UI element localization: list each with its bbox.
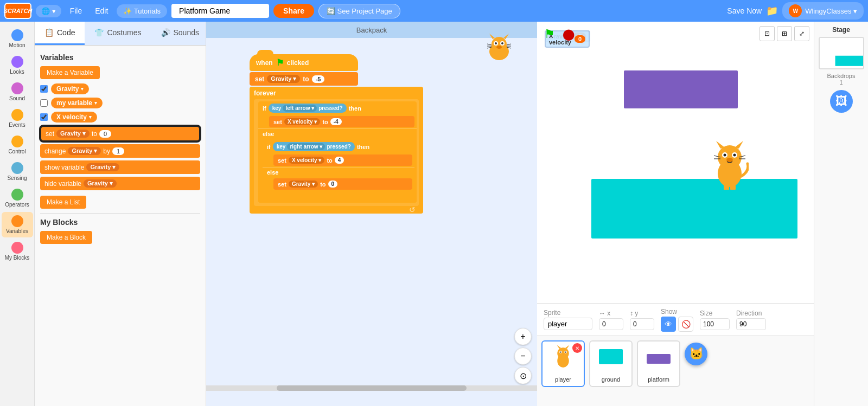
show-var-label: show variable xyxy=(44,164,84,171)
add-sprite-float-button[interactable]: 🐱 xyxy=(685,343,707,365)
change-value-input[interactable]: 1 xyxy=(112,147,124,155)
zoom-out-button[interactable]: − xyxy=(514,347,532,365)
divider-myblocks xyxy=(40,213,200,214)
size-input[interactable] xyxy=(700,318,730,330)
sprite-card-player[interactable]: ✕ player xyxy=(541,340,585,387)
user-menu-button[interactable]: W WlingyClasses ▾ xyxy=(782,2,864,20)
tutorials-button[interactable]: ✨ Tutorials xyxy=(117,4,167,18)
neg4-value: -4 xyxy=(330,118,342,125)
clicked-label: clicked xyxy=(287,59,309,67)
set-grav-0-block[interactable]: set Gravity ▾ to 0 xyxy=(273,178,412,190)
grav-dropdown2[interactable]: Gravity ▾ xyxy=(289,181,318,188)
make-list-button[interactable]: Make a List xyxy=(40,196,86,209)
stage-viewport: ⚑ ⬤ ⊡ ⊞ ⤢ Gravity -5 xyxy=(537,22,814,303)
delete-player-button[interactable]: ✕ xyxy=(572,343,582,353)
sidebar-item-sound[interactable]: Sound xyxy=(2,79,33,105)
set-var-badge[interactable]: Gravity ▾ xyxy=(56,130,90,138)
show-variable-block[interactable]: show variable Gravity ▾ xyxy=(40,160,200,174)
sidebar-item-myblocks[interactable]: My Blocks xyxy=(2,239,33,264)
sidebar-item-variables[interactable]: Variables xyxy=(2,212,33,237)
forever-block[interactable]: forever if key left arrow ▾ pressed? the… xyxy=(250,87,423,214)
tab-costumes[interactable]: 👕 Costumes xyxy=(85,22,151,45)
myvariable-badge[interactable]: my variable ▾ xyxy=(51,98,103,108)
platform-sprite-img xyxy=(646,345,672,369)
if-left-arrow-block[interactable]: if key left arrow ▾ pressed? then set xyxy=(258,101,417,203)
tab-sounds[interactable]: 🔊 Sounds xyxy=(151,22,209,45)
sidebar-item-control[interactable]: Control xyxy=(2,132,33,158)
myvariable-checkbox[interactable] xyxy=(40,99,48,107)
set-xvel-4-block[interactable]: set X velocity ▾ to 4 xyxy=(273,154,412,166)
sounds-tab-label: Sounds xyxy=(174,28,199,37)
small-stage-button[interactable]: ⊡ xyxy=(760,26,775,41)
tab-code[interactable]: 📋 Code xyxy=(35,22,85,45)
y-coord-field: ↕ y xyxy=(630,310,654,330)
variable-row-xvelocity: X velocity ▾ xyxy=(40,112,200,123)
gravity-variable-badge[interactable]: Gravity ▾ xyxy=(51,83,89,94)
folder-icon[interactable]: 📁 xyxy=(766,5,778,17)
left-arrow-key-condition[interactable]: key left arrow ▾ pressed? xyxy=(269,104,347,113)
to-label4: to xyxy=(320,181,326,188)
show-var-badge[interactable]: Gravity ▾ xyxy=(86,163,119,171)
hide-var-badge[interactable]: Gravity ▾ xyxy=(84,179,117,188)
edit-menu[interactable]: Edit xyxy=(91,4,112,17)
sprite-card-platform[interactable]: platform xyxy=(637,340,680,387)
make-variable-button[interactable]: Make a Variable xyxy=(40,66,100,79)
stage-panel-title: Stage xyxy=(819,26,864,34)
xvelocity-checkbox[interactable] xyxy=(40,113,48,121)
add-backdrop-button[interactable]: 🖼 xyxy=(830,90,853,113)
sidebar-item-looks[interactable]: Looks xyxy=(2,53,33,78)
sidebar-item-sensing[interactable]: Sensing xyxy=(2,159,33,184)
zoom-reset-button[interactable]: ⊙ xyxy=(514,367,532,384)
stop-button[interactable]: ⬤ xyxy=(562,28,575,41)
sprite-card-ground[interactable]: ground xyxy=(589,340,633,387)
code-area: when ⚑ clicked set Gravity ▾ to -5 forev… xyxy=(206,22,537,406)
change-gravity-block[interactable]: change Gravity ▾ by 1 xyxy=(40,144,200,158)
hat-block-when-clicked[interactable]: when ⚑ clicked xyxy=(250,54,358,71)
see-project-button[interactable]: 🔄 See Project Page xyxy=(318,4,400,18)
globe-button[interactable]: 🌐 ▾ xyxy=(36,5,61,17)
sprite-info-bar: Sprite ↔ x ↕ y xyxy=(537,303,814,336)
set-label3: set xyxy=(273,119,282,125)
hide-variable-block[interactable]: hide variable Gravity ▾ xyxy=(40,177,200,190)
sidebar-item-motion[interactable]: Motion xyxy=(2,26,33,51)
file-menu[interactable]: File xyxy=(66,4,87,17)
forever-bottom: ↺ xyxy=(254,206,419,214)
change-var-badge[interactable]: Gravity ▾ xyxy=(68,147,101,155)
set-gravity-neg5-block[interactable]: set Gravity ▾ to -5 xyxy=(250,72,358,86)
xvelocity-badge[interactable]: X velocity ▾ xyxy=(51,112,97,123)
set-gravity-block[interactable]: set Gravity ▾ to 0 xyxy=(40,126,200,141)
if-label1: if xyxy=(263,105,266,112)
sprite-name-input[interactable] xyxy=(544,318,592,330)
if-right-arrow-block[interactable]: if key right arrow ▾ pressed? then xyxy=(263,140,414,196)
set-label4: set xyxy=(278,157,286,164)
stage-panel-thumb[interactable] xyxy=(819,37,864,69)
sidebar-item-events[interactable]: Events xyxy=(2,106,33,131)
gravity-checkbox[interactable] xyxy=(40,85,48,93)
xvel-dropdown1[interactable]: X velocity ▾ xyxy=(284,118,320,125)
green-flag-button[interactable]: ⚑ xyxy=(541,26,558,42)
fullscreen-button[interactable]: ⤢ xyxy=(794,26,809,41)
make-block-button[interactable]: Make a Block xyxy=(40,231,92,244)
share-button[interactable]: Share xyxy=(273,4,314,18)
set-value-input[interactable]: 0 xyxy=(99,130,111,138)
set-xvel-neg4-block[interactable]: set X velocity ▾ to -4 xyxy=(269,116,414,127)
show-button[interactable]: 👁 xyxy=(661,317,676,332)
x-label-display: ↔ x xyxy=(599,310,623,317)
y-coord-input[interactable] xyxy=(630,318,654,330)
x-coord-input[interactable] xyxy=(599,318,623,330)
zoom-in-button[interactable]: + xyxy=(514,328,532,345)
save-now-button[interactable]: Save Now xyxy=(727,7,762,15)
normal-stage-button[interactable]: ⊞ xyxy=(777,26,792,41)
forever-body: if key left arrow ▾ pressed? then set xyxy=(254,99,419,206)
if-right-header: if key right arrow ▾ pressed? then xyxy=(263,140,414,153)
direction-input[interactable] xyxy=(736,318,766,330)
sidebar-item-operators[interactable]: Operators xyxy=(2,185,33,211)
hide-button[interactable]: 🚫 xyxy=(678,317,693,332)
code-canvas[interactable]: when ⚑ clicked set Gravity ▾ to -5 forev… xyxy=(206,22,537,390)
gravity-dropdown[interactable]: Gravity ▾ xyxy=(267,75,300,83)
xvel-dropdown2[interactable]: X velocity ▾ xyxy=(289,157,324,164)
code-scrollbar-track[interactable] xyxy=(206,385,537,391)
right-arrow-key-condition[interactable]: key right arrow ▾ pressed? xyxy=(273,142,355,151)
stage-and-side: ⚑ ⬤ ⊡ ⊞ ⤢ Gravity -5 xyxy=(537,22,868,406)
project-name-input[interactable] xyxy=(171,4,269,18)
